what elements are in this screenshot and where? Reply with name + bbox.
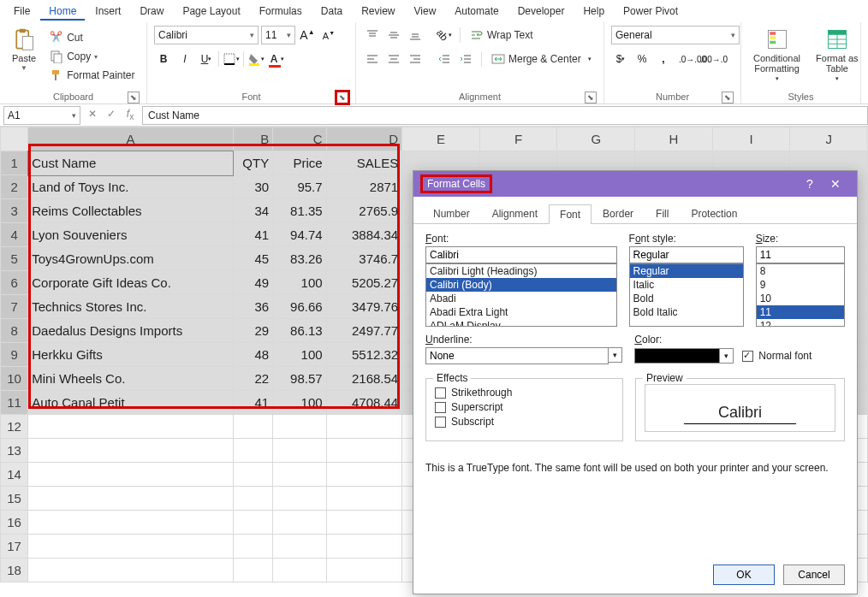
cell[interactable] <box>273 535 326 559</box>
fx-icon[interactable]: fx <box>122 108 139 121</box>
col-header-A[interactable]: A <box>28 127 234 151</box>
cell[interactable]: Herkku Gifts <box>28 343 234 367</box>
row-header-1[interactable]: 1 <box>1 151 28 175</box>
col-header-B[interactable]: B <box>233 127 272 151</box>
list-item[interactable]: 12 <box>757 319 844 327</box>
col-header-E[interactable]: E <box>402 127 480 151</box>
cancel-button[interactable]: Cancel <box>783 564 845 585</box>
row-header-16[interactable]: 16 <box>1 511 28 535</box>
cell[interactable] <box>273 511 326 535</box>
font-listbox[interactable]: Calibri Light (Headings)Calibri (Body)Ab… <box>425 263 617 327</box>
number-launcher[interactable]: ⬊ <box>722 92 734 103</box>
chevron-down-icon[interactable]: ▾ <box>720 348 734 364</box>
increase-decimal-button[interactable]: .0→.00 <box>683 50 702 68</box>
merge-center-button[interactable]: Merge & Center▾ <box>488 50 595 68</box>
font-name-combo[interactable]: Calibri▾ <box>154 26 259 44</box>
menu-file[interactable]: File <box>5 2 39 21</box>
decrease-font-button[interactable]: A▼ <box>319 26 338 44</box>
cell[interactable]: 94.74 <box>273 223 326 247</box>
enter-formula-icon[interactable]: ✓ <box>103 108 120 121</box>
cell[interactable]: 3479.76 <box>326 295 402 319</box>
italic-button[interactable]: I <box>175 50 194 68</box>
cell[interactable]: 4708.44 <box>326 391 402 415</box>
tab-font[interactable]: Font <box>549 204 592 224</box>
row-header-17[interactable]: 17 <box>1 535 28 559</box>
cell[interactable] <box>326 439 402 463</box>
decrease-decimal-button[interactable]: .00→.0 <box>705 50 723 68</box>
list-item[interactable]: Italic <box>630 278 743 292</box>
percent-button[interactable]: % <box>633 50 651 68</box>
cell[interactable]: Daedalus Designs Imports <box>28 319 234 343</box>
cell[interactable] <box>28 559 234 582</box>
cell[interactable]: SALES <box>326 151 402 175</box>
align-bottom-button[interactable] <box>406 26 425 44</box>
row-header-4[interactable]: 4 <box>1 223 28 247</box>
list-item[interactable]: Abadi <box>426 292 616 305</box>
tab-fill[interactable]: Fill <box>645 204 680 223</box>
row-header-2[interactable]: 2 <box>1 175 28 199</box>
align-center-button[interactable] <box>384 50 403 68</box>
cell[interactable]: Price <box>273 151 326 175</box>
row-header-13[interactable]: 13 <box>1 439 28 463</box>
cell[interactable]: Cust Name <box>28 151 234 175</box>
list-item[interactable]: Calibri (Body) <box>426 278 616 292</box>
row-header-7[interactable]: 7 <box>1 295 28 319</box>
increase-font-button[interactable]: A▲ <box>298 26 317 44</box>
normal-font-checkbox[interactable]: Normal font <box>742 350 812 362</box>
cell[interactable]: 30 <box>233 175 272 199</box>
subscript-checkbox[interactable]: Subscript <box>435 416 614 428</box>
fill-color-button[interactable]: ▾ <box>247 50 265 68</box>
list-item[interactable]: Calibri Light (Headings) <box>426 264 616 278</box>
font-style-listbox[interactable]: RegularItalicBoldBold Italic <box>629 263 744 327</box>
menu-formulas[interactable]: Formulas <box>251 2 311 21</box>
strikethrough-checkbox[interactable]: Strikethrough <box>435 387 614 399</box>
row-header-3[interactable]: 3 <box>1 199 28 223</box>
cell[interactable]: 95.7 <box>273 175 326 199</box>
cell[interactable] <box>326 415 402 439</box>
font-size-combo[interactable]: 11▾ <box>261 26 295 44</box>
col-header-I[interactable]: I <box>712 127 790 151</box>
cell[interactable]: 5512.32 <box>326 343 402 367</box>
col-header-G[interactable]: G <box>557 127 635 151</box>
cell[interactable]: 100 <box>273 343 326 367</box>
cell[interactable]: 2765.9 <box>326 199 402 223</box>
cell[interactable]: 36 <box>233 295 272 319</box>
cell[interactable] <box>233 535 272 559</box>
size-input[interactable] <box>756 246 845 263</box>
cell[interactable] <box>233 559 272 582</box>
row-header-9[interactable]: 9 <box>1 343 28 367</box>
menu-data[interactable]: Data <box>312 2 351 21</box>
cell[interactable] <box>233 511 272 535</box>
cell[interactable]: 45 <box>233 247 272 271</box>
cell[interactable] <box>233 439 272 463</box>
cell[interactable] <box>28 511 234 535</box>
chevron-down-icon[interactable]: ▾ <box>609 347 622 363</box>
menu-automate[interactable]: Automate <box>446 2 507 21</box>
cancel-formula-icon[interactable]: ✕ <box>84 108 101 121</box>
number-format-combo[interactable]: General▾ <box>611 26 740 44</box>
formula-input[interactable]: Cust Name <box>142 106 868 125</box>
cell[interactable]: 22 <box>233 367 272 391</box>
col-header-D[interactable]: D <box>326 127 402 151</box>
cell[interactable] <box>28 463 234 487</box>
cell[interactable]: 86.13 <box>273 319 326 343</box>
menu-page-layout[interactable]: Page Layout <box>174 2 248 21</box>
color-swatch[interactable] <box>634 348 720 364</box>
cell[interactable]: 49 <box>233 271 272 295</box>
superscript-checkbox[interactable]: Superscript <box>435 401 614 413</box>
cell[interactable]: 100 <box>273 271 326 295</box>
dialog-titlebar[interactable]: Format Cells ? ✕ <box>413 171 857 197</box>
align-top-button[interactable] <box>363 26 382 44</box>
cell[interactable]: 83.26 <box>273 247 326 271</box>
cell[interactable]: 29 <box>233 319 272 343</box>
row-header-10[interactable]: 10 <box>1 367 28 391</box>
decrease-indent-button[interactable] <box>435 50 454 68</box>
list-item[interactable]: Regular <box>630 264 743 278</box>
list-item[interactable]: 8 <box>757 264 844 278</box>
borders-button[interactable]: ▾ <box>222 50 241 68</box>
cell[interactable] <box>233 463 272 487</box>
select-all-corner[interactable] <box>1 127 28 151</box>
align-middle-button[interactable] <box>384 26 403 44</box>
font-launcher[interactable]: ⬊ <box>336 92 348 103</box>
copy-button[interactable]: Copy▾ <box>46 48 138 65</box>
